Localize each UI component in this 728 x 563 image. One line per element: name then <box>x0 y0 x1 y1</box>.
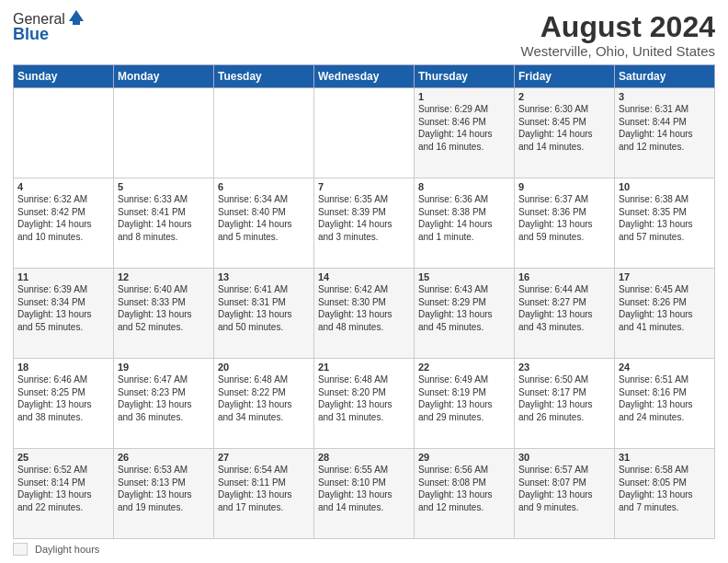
day-info: Sunrise: 6:57 AM Sunset: 8:07 PM Dayligh… <box>518 464 610 513</box>
header: General Blue August 2024 Westerville, Oh… <box>13 11 715 59</box>
day-info: Sunrise: 6:48 AM Sunset: 8:20 PM Dayligh… <box>318 373 410 423</box>
day-number: 12 <box>118 271 210 282</box>
day-info: Sunrise: 6:58 AM Sunset: 8:05 PM Dayligh… <box>619 464 711 513</box>
calendar-cell: 7Sunrise: 6:35 AM Sunset: 8:39 PM Daylig… <box>314 178 415 269</box>
day-number: 30 <box>518 452 610 463</box>
calendar-cell: 2Sunrise: 6:30 AM Sunset: 8:45 PM Daylig… <box>515 88 615 178</box>
calendar-cell: 22Sunrise: 6:49 AM Sunset: 8:19 PM Dayli… <box>415 359 515 449</box>
calendar-body: 1Sunrise: 6:29 AM Sunset: 8:46 PM Daylig… <box>14 88 715 539</box>
calendar-cell: 20Sunrise: 6:48 AM Sunset: 8:22 PM Dayli… <box>214 359 314 449</box>
calendar-cell: 17Sunrise: 6:45 AM Sunset: 8:26 PM Dayli… <box>615 269 715 359</box>
calendar-cell: 31Sunrise: 6:58 AM Sunset: 8:05 PM Dayli… <box>615 449 715 539</box>
day-number: 11 <box>17 271 109 282</box>
calendar-cell: 10Sunrise: 6:38 AM Sunset: 8:35 PM Dayli… <box>615 178 715 269</box>
page: General Blue August 2024 Westerville, Oh… <box>0 0 728 563</box>
day-number: 29 <box>418 452 510 463</box>
calendar-header: SundayMondayTuesdayWednesdayThursdayFrid… <box>14 65 715 88</box>
day-number: 8 <box>418 181 510 192</box>
day-number: 31 <box>619 452 711 463</box>
day-info: Sunrise: 6:50 AM Sunset: 8:17 PM Dayligh… <box>518 373 610 423</box>
day-number: 1 <box>418 91 510 102</box>
day-number: 14 <box>318 271 410 282</box>
calendar-week: 4Sunrise: 6:32 AM Sunset: 8:42 PM Daylig… <box>14 178 715 269</box>
day-number: 2 <box>518 91 610 102</box>
day-number: 28 <box>318 452 410 463</box>
calendar-cell: 27Sunrise: 6:54 AM Sunset: 8:11 PM Dayli… <box>214 449 314 539</box>
day-header: Wednesday <box>314 65 415 88</box>
day-info: Sunrise: 6:33 AM Sunset: 8:41 PM Dayligh… <box>118 193 210 243</box>
calendar-week: 1Sunrise: 6:29 AM Sunset: 8:46 PM Daylig… <box>14 88 715 178</box>
day-info: Sunrise: 6:52 AM Sunset: 8:14 PM Dayligh… <box>17 464 109 513</box>
day-number: 9 <box>518 181 610 192</box>
calendar-cell: 21Sunrise: 6:48 AM Sunset: 8:20 PM Dayli… <box>314 359 415 449</box>
day-number: 5 <box>118 181 210 192</box>
calendar-cell: 16Sunrise: 6:44 AM Sunset: 8:27 PM Dayli… <box>515 269 615 359</box>
calendar-cell: 25Sunrise: 6:52 AM Sunset: 8:14 PM Dayli… <box>14 449 114 539</box>
day-number: 17 <box>619 271 711 282</box>
calendar-cell: 14Sunrise: 6:42 AM Sunset: 8:30 PM Dayli… <box>314 269 415 359</box>
day-info: Sunrise: 6:51 AM Sunset: 8:16 PM Dayligh… <box>619 373 711 423</box>
title-block: August 2024 Westerville, Ohio, United St… <box>521 11 715 59</box>
day-number: 7 <box>318 181 410 192</box>
calendar-cell <box>114 88 214 178</box>
day-info: Sunrise: 6:40 AM Sunset: 8:33 PM Dayligh… <box>118 283 210 333</box>
calendar-cell: 5Sunrise: 6:33 AM Sunset: 8:41 PM Daylig… <box>114 178 214 269</box>
day-number: 23 <box>518 362 610 373</box>
day-header: Sunday <box>14 65 114 88</box>
calendar-cell: 13Sunrise: 6:41 AM Sunset: 8:31 PM Dayli… <box>214 269 314 359</box>
day-info: Sunrise: 6:47 AM Sunset: 8:23 PM Dayligh… <box>118 373 210 423</box>
day-info: Sunrise: 6:48 AM Sunset: 8:22 PM Dayligh… <box>218 373 310 423</box>
day-info: Sunrise: 6:34 AM Sunset: 8:40 PM Dayligh… <box>218 193 310 243</box>
header-row: SundayMondayTuesdayWednesdayThursdayFrid… <box>14 65 715 88</box>
day-number: 24 <box>619 362 711 373</box>
day-header: Monday <box>114 65 214 88</box>
day-info: Sunrise: 6:46 AM Sunset: 8:25 PM Dayligh… <box>17 373 109 423</box>
day-info: Sunrise: 6:42 AM Sunset: 8:30 PM Dayligh… <box>318 283 410 333</box>
calendar-cell: 4Sunrise: 6:32 AM Sunset: 8:42 PM Daylig… <box>14 178 114 269</box>
calendar-cell: 15Sunrise: 6:43 AM Sunset: 8:29 PM Dayli… <box>415 269 515 359</box>
day-info: Sunrise: 6:43 AM Sunset: 8:29 PM Dayligh… <box>418 283 510 333</box>
day-number: 16 <box>518 271 610 282</box>
calendar-cell: 12Sunrise: 6:40 AM Sunset: 8:33 PM Dayli… <box>114 269 214 359</box>
day-info: Sunrise: 6:35 AM Sunset: 8:39 PM Dayligh… <box>318 193 410 243</box>
day-number: 6 <box>218 181 310 192</box>
day-number: 4 <box>17 181 109 192</box>
day-header: Tuesday <box>214 65 314 88</box>
logo: General Blue <box>13 11 85 43</box>
day-number: 20 <box>218 362 310 373</box>
calendar-cell: 23Sunrise: 6:50 AM Sunset: 8:17 PM Dayli… <box>515 359 615 449</box>
main-title: August 2024 <box>521 11 715 43</box>
day-info: Sunrise: 6:29 AM Sunset: 8:46 PM Dayligh… <box>418 103 510 153</box>
day-info: Sunrise: 6:55 AM Sunset: 8:10 PM Dayligh… <box>318 464 410 513</box>
logo-blue-text: Blue <box>13 26 85 44</box>
calendar-cell <box>214 88 314 178</box>
day-header: Saturday <box>615 65 715 88</box>
legend-box <box>13 543 28 556</box>
calendar-cell: 1Sunrise: 6:29 AM Sunset: 8:46 PM Daylig… <box>415 88 515 178</box>
day-number: 15 <box>418 271 510 282</box>
day-info: Sunrise: 6:44 AM Sunset: 8:27 PM Dayligh… <box>518 283 610 333</box>
day-info: Sunrise: 6:32 AM Sunset: 8:42 PM Dayligh… <box>17 193 109 243</box>
calendar-cell: 26Sunrise: 6:53 AM Sunset: 8:13 PM Dayli… <box>114 449 214 539</box>
calendar-cell: 11Sunrise: 6:39 AM Sunset: 8:34 PM Dayli… <box>14 269 114 359</box>
day-header: Thursday <box>415 65 515 88</box>
legend-label: Daylight hours <box>35 544 99 555</box>
day-number: 19 <box>118 362 210 373</box>
day-number: 21 <box>318 362 410 373</box>
day-number: 22 <box>418 362 510 373</box>
day-info: Sunrise: 6:41 AM Sunset: 8:31 PM Dayligh… <box>218 283 310 333</box>
calendar-cell: 18Sunrise: 6:46 AM Sunset: 8:25 PM Dayli… <box>14 359 114 449</box>
calendar-cell <box>314 88 415 178</box>
calendar-week: 11Sunrise: 6:39 AM Sunset: 8:34 PM Dayli… <box>14 269 715 359</box>
day-number: 18 <box>17 362 109 373</box>
day-info: Sunrise: 6:54 AM Sunset: 8:11 PM Dayligh… <box>218 464 310 513</box>
calendar-table: SundayMondayTuesdayWednesdayThursdayFrid… <box>13 64 715 539</box>
svg-marker-1 <box>73 19 80 25</box>
calendar-cell: 19Sunrise: 6:47 AM Sunset: 8:23 PM Dayli… <box>114 359 214 449</box>
calendar-cell <box>14 88 114 178</box>
calendar-cell: 29Sunrise: 6:56 AM Sunset: 8:08 PM Dayli… <box>415 449 515 539</box>
calendar-cell: 3Sunrise: 6:31 AM Sunset: 8:44 PM Daylig… <box>615 88 715 178</box>
calendar-week: 18Sunrise: 6:46 AM Sunset: 8:25 PM Dayli… <box>14 359 715 449</box>
day-info: Sunrise: 6:38 AM Sunset: 8:35 PM Dayligh… <box>619 193 711 243</box>
day-header: Friday <box>515 65 615 88</box>
